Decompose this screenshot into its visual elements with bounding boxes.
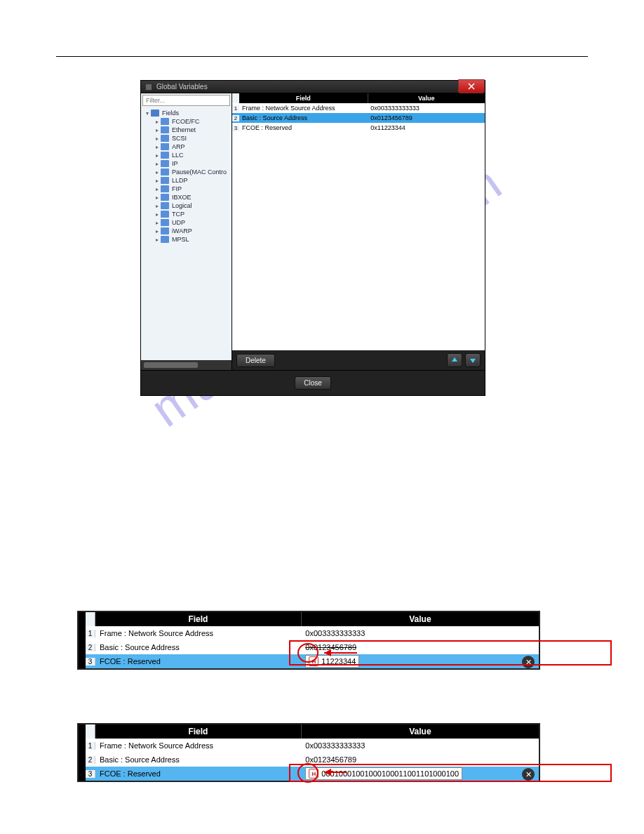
tree-item[interactable]: ▸SCSI [154,134,232,143]
expand-icon[interactable]: ▸ [154,237,161,243]
col-value[interactable]: Value [302,724,539,739]
value-edit-cell[interactable]: H00010001001000100011001101000100 [305,767,462,780]
expand-icon[interactable]: ▸ [154,119,161,125]
tree-item[interactable]: ▸Ethernet [154,126,232,134]
tree-item[interactable]: ▸Logical [154,201,232,210]
col-value[interactable]: Value [302,612,539,626]
expand-icon[interactable]: ▸ [154,211,161,218]
grid-pane: Field Value 1Frame : Network Source Addr… [232,93,485,370]
tree-root-fields[interactable]: ▾ Fields [144,109,232,117]
fields-tree[interactable]: ▾ Fields ▸FCOE/FC▸Ethernet▸SCSI▸ARP▸LLC▸… [141,107,232,360]
value-edit-cell[interactable]: H11223344 [305,655,359,668]
tree-item[interactable]: ▸UDP [154,218,232,227]
expand-icon[interactable]: ▸ [154,169,161,176]
folder-icon [161,194,169,201]
global-variables-dialog: Global Variables ▾ Fields ▸FCOE/FC▸Ether… [140,80,485,396]
tree-item[interactable]: ▸LLC [154,151,232,159]
expand-icon[interactable]: ▸ [154,127,161,133]
folder-icon [161,185,169,192]
field-cell: Frame : Network Source Address [239,105,368,112]
value-cell[interactable]: 0x0123456789 [368,114,485,121]
delete-button[interactable]: Delete [236,354,275,367]
tree-item[interactable]: ▸Pause(MAC Contro [154,168,232,176]
value-cell[interactable]: 0x0123456789 [301,755,539,764]
tree-item[interactable]: ▸FIP [154,185,232,193]
value-cell[interactable]: 0x003333333333 [301,741,539,750]
value-cell[interactable]: 0x0123456789 [301,643,539,651]
field-cell: Frame : Network Source Address [95,629,301,637]
value-cell[interactable]: H11223344✕ [301,655,539,668]
table-row[interactable]: 3FCOE : Reserved0x11223344 [232,123,485,133]
hex-toggle-icon[interactable]: H [309,769,318,779]
tree-item[interactable]: ▸MPSL [154,235,232,244]
expand-icon[interactable]: ▸ [154,186,161,192]
move-up-button[interactable] [447,353,462,367]
table-row[interactable]: 1Frame : Network Source Address0x0033333… [86,626,539,640]
folder-icon [161,211,169,218]
folder-icon [161,152,169,159]
dialog-footer: Close [141,370,485,395]
field-cell: Basic : Source Address [95,755,301,764]
grid-rows: 1Frame : Network Source Address0x0033333… [232,103,485,350]
tree-item[interactable]: ▸ARP [154,143,232,151]
expand-icon[interactable]: ▸ [154,228,161,234]
tree-item[interactable]: ▸LLDP [154,176,232,185]
folder-icon [161,168,169,176]
folder-icon [161,126,169,133]
table-row[interactable]: 2Basic : Source Address0x0123456789 [232,113,485,123]
expand-icon[interactable]: ▸ [154,220,161,226]
clear-icon[interactable]: ✕ [522,656,535,668]
tree-item[interactable]: ▸IP [154,159,232,168]
table-header: Field Value [86,612,539,626]
titlebar[interactable]: Global Variables [141,81,485,93]
col-field[interactable]: Field [239,93,368,103]
folder-icon [161,143,169,150]
field-cell: FCOE : Reserved [239,124,368,131]
window-icon [145,84,152,91]
table-row[interactable]: 1Frame : Network Source Address0x0033333… [232,103,485,113]
window-title: Global Variables [156,83,208,91]
expand-icon[interactable]: ▸ [154,144,161,150]
tree-item[interactable]: ▸TCP [154,210,232,218]
field-cell: Basic : Source Address [239,114,368,121]
field-cell: Basic : Source Address [95,643,301,651]
table-row[interactable]: 2Basic : Source Address0x0123456789 [86,640,539,654]
close-window-button[interactable] [458,79,485,93]
table-row[interactable]: 3FCOE : ReservedH00010001001000100011001… [86,767,539,781]
horizontal-scrollbar[interactable] [141,360,232,370]
page-rule [56,56,588,57]
move-down-button[interactable] [465,353,481,367]
table-hex-edit: Field Value 1Frame : Network Source Addr… [77,611,540,670]
value-cell[interactable]: H00010001001000100011001101000100✕ [301,767,539,780]
hex-toggle-icon[interactable]: H [309,656,318,666]
col-field[interactable]: Field [95,612,302,626]
table-row[interactable]: 1Frame : Network Source Address0x0033333… [86,739,539,753]
value-cell[interactable]: 0x11223344 [368,124,485,131]
expand-icon[interactable]: ▸ [154,178,161,184]
field-cell: FCOE : Reserved [95,769,301,778]
folder-icon [161,219,169,226]
table-row[interactable]: 2Basic : Source Address0x0123456789 [86,753,539,767]
table-row[interactable]: 3FCOE : ReservedH11223344✕ [86,654,539,668]
value-cell[interactable]: 0x003333333333 [301,629,539,637]
field-cell: FCOE : Reserved [95,657,301,666]
value-cell[interactable]: 0x003333333333 [368,105,485,112]
filter-input[interactable] [142,95,230,106]
grid-header: Field Value [232,93,485,103]
clear-icon[interactable]: ✕ [522,768,535,781]
tree-item[interactable]: ▸iWARP [154,227,232,235]
collapse-icon[interactable]: ▾ [144,110,151,117]
close-button[interactable]: Close [295,376,331,390]
expand-icon[interactable]: ▸ [154,161,161,167]
tree-item[interactable]: ▸FCOE/FC [154,117,232,126]
tree-item[interactable]: ▸IBXOE [154,193,232,201]
expand-icon[interactable]: ▸ [154,152,161,159]
col-field[interactable]: Field [95,724,302,739]
col-value[interactable]: Value [368,93,485,103]
folder-icon [161,177,169,184]
expand-icon[interactable]: ▸ [154,194,161,201]
expand-icon[interactable]: ▸ [154,203,161,209]
table-binary-edit: Field Value 1Frame : Network Source Addr… [77,723,540,782]
expand-icon[interactable]: ▸ [154,135,161,142]
tree-pane: ▾ Fields ▸FCOE/FC▸Ethernet▸SCSI▸ARP▸LLC▸… [141,93,232,370]
